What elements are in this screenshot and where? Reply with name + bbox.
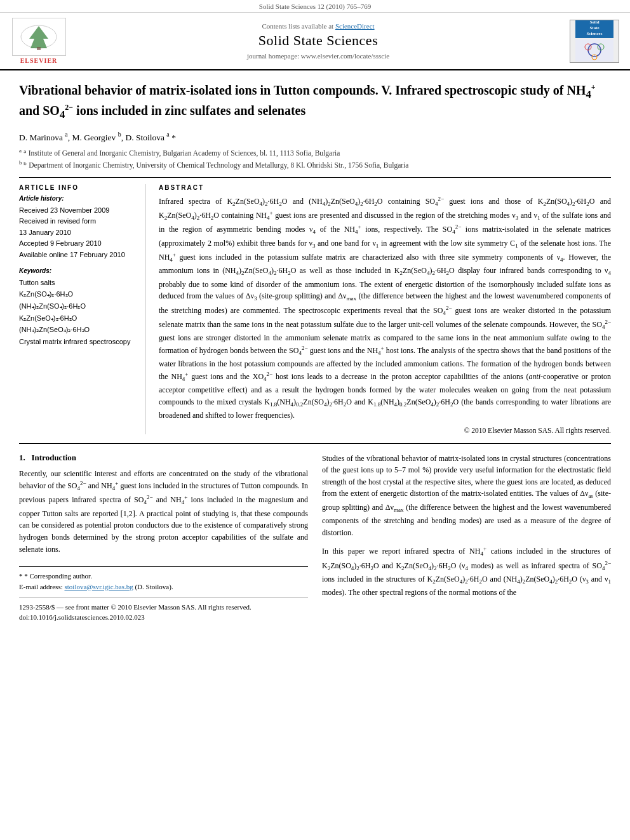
intro-section-number: 1.: [19, 453, 25, 462]
elsevier-logo: ELSEVIER: [10, 18, 67, 64]
page: Solid State Sciences 12 (2010) 765–769 E…: [0, 0, 630, 840]
intro-paragraph-3: In this paper we report infrared spectra…: [322, 545, 611, 599]
elsevier-tree-icon: [17, 23, 61, 51]
intro-section-label: Introduction: [32, 453, 77, 462]
keyword-3: (NH₄)₂Zn(SO₄)₂·6H₂O: [19, 300, 137, 312]
journal-title: Solid State Sciences: [74, 32, 563, 49]
sss-logo-text: SolidStateSciences: [575, 20, 613, 63]
abstract-label: ABSTRACT: [159, 184, 611, 191]
received-date: Received 23 November 2009: [19, 205, 137, 217]
keyword-1: Tutton salts: [19, 277, 137, 289]
journal-homepage: journal homepage: www.elsevier.com/locat…: [74, 52, 563, 60]
history-label: Article history:: [19, 195, 137, 202]
keyword-2: K₂Zn(SO₄)₂·6H₂O: [19, 288, 137, 300]
article-info-label: ARTICLE INFO: [19, 184, 137, 191]
abstract-col: ABSTRACT Infrared spectra of K2Zn(SeO4)2…: [159, 184, 611, 434]
sciencedirect-link[interactable]: ScienceDirect: [335, 22, 375, 30]
corresponding-author-note: * * Corresponding author.: [19, 571, 308, 582]
homepage-label: journal homepage: www.elsevier.com/locat…: [247, 52, 389, 60]
abstract-text: Infrared spectra of K2Zn(SeO4)2·6H2O and…: [159, 195, 611, 422]
doi-section: 1293-2558/$ — see front matter © 2010 El…: [19, 597, 308, 621]
body-left-col: 1. Introduction Recently, our scientific…: [19, 453, 308, 622]
authors: D. Marinova a, M. Georgiev b, D. Stoilov…: [19, 131, 611, 143]
article-content: Vibrational behavior of matrix-isolated …: [0, 70, 630, 632]
intro-paragraph-2: Studies of the vibrational behavior of m…: [322, 453, 611, 539]
svg-rect-4: [575, 39, 613, 62]
accepted-date: Accepted 9 February 2010: [19, 238, 137, 250]
journal-citation: Solid State Sciences 12 (2010) 765–769: [259, 3, 371, 10]
available-date: Available online 17 February 2010: [19, 250, 137, 261]
received-revised-date: 13 January 2010: [19, 227, 137, 239]
elsevier-label: ELSEVIER: [20, 57, 58, 64]
journal-center: Contents lists available at ScienceDirec…: [74, 22, 563, 60]
article-info-abstract-section: ARTICLE INFO Article history: Received 2…: [19, 177, 611, 434]
keyword-4: K₂Zn(SeO₄)₂·6H₂O: [19, 312, 137, 324]
article-title: Vibrational behavior of matrix-isolated …: [19, 82, 611, 122]
contents-line: Contents lists available at ScienceDirec…: [74, 22, 563, 30]
body-columns: 1. Introduction Recently, our scientific…: [19, 453, 611, 622]
footnote-section: * * Corresponding author. E-mail address…: [19, 566, 308, 621]
affiliations: a ᵃ Institute of General and Inorganic C…: [19, 147, 611, 171]
keyword-5: (NH₄)₂Zn(SeO₄)₂·6H₂O: [19, 324, 137, 336]
affiliation-a: a ᵃ Institute of General and Inorganic C…: [19, 147, 611, 159]
email-note: E-mail address: stoilova@svr.igic.bas.bg…: [19, 582, 308, 592]
article-info-col: ARTICLE INFO Article history: Received 2…: [19, 184, 146, 434]
journal-citation-bar: Solid State Sciences 12 (2010) 765–769: [0, 0, 630, 13]
section-divider: [19, 443, 611, 444]
elsevier-logo-box: [12, 18, 66, 56]
affiliation-b: b ᵇ Department of Inorganic Chemistry, U…: [19, 159, 611, 171]
intro-section-title: 1. Introduction: [19, 453, 308, 463]
keywords-label: Keywords:: [19, 267, 137, 274]
body-right-col: Studies of the vibrational behavior of m…: [322, 453, 611, 622]
sss-logo-image: [575, 39, 613, 62]
doi-line: doi:10.1016/j.solidstatesciences.2010.02…: [19, 613, 308, 621]
contents-text: Contents lists available at: [262, 22, 333, 30]
intro-paragraph-1: Recently, our scientific interest and ef…: [19, 468, 308, 556]
keyword-6: Crystal matrix infrared spectroscopy: [19, 336, 137, 348]
journal-right-box: SolidStateSciences: [570, 20, 619, 63]
received-revised-label: Received in revised form: [19, 216, 137, 227]
journal-header: ELSEVIER Contents lists available at Sci…: [0, 13, 630, 70]
email-link[interactable]: stoilova@svr.igic.bas.bg: [64, 583, 133, 590]
issn-line: 1293-2558/$ — see front matter © 2010 El…: [19, 603, 308, 611]
journal-right-logo: SolidStateSciences: [569, 20, 620, 63]
copyright-line: © 2010 Elsevier Masson SAS. All rights r…: [159, 427, 611, 434]
svg-rect-3: [37, 47, 41, 50]
